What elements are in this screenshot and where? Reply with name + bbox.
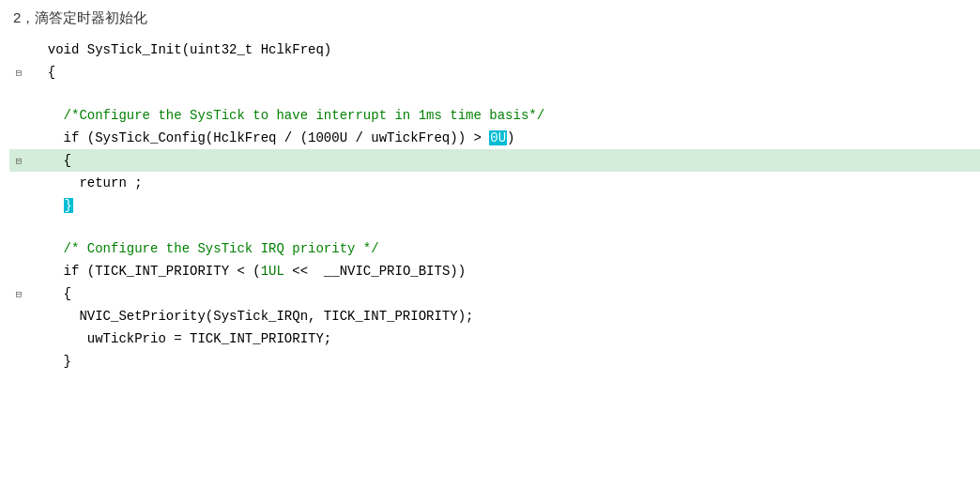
line-content-7: return ; [28,172,980,194]
code-text: void SysTick_Init(uint32_t HclkFreq) [32,42,331,57]
code-line-6: ⊟ { [9,149,980,172]
gutter-10 [9,237,28,260]
section-heading: 2，滴答定时器初始化 [9,9,980,27]
code-line-3 [9,84,980,104]
line-content-11: if (TICK_INT_PRIORITY < (1UL << __NVIC_P… [28,260,980,282]
gutter-1 [9,38,28,61]
code-line-13: NVIC_SetPriority(SysTick_IRQn, TICK_INT_… [9,305,980,327]
code-text: { [32,65,55,80]
code-line-9 [9,217,980,237]
line-content-5: if (SysTick_Config(HclkFreq / (1000U / u… [28,127,980,149]
gutter-2[interactable]: ⊟ [9,61,28,84]
line-content-10: /* Configure the SysTick IRQ priority */ [28,237,980,260]
gutter-11 [9,260,28,282]
gutter-8 [9,194,28,217]
line-content-4: /*Configure the SysTick to have interrup… [28,104,980,127]
line-content-12: { [28,282,980,305]
gutter-3 [9,84,28,104]
code-line-10: /* Configure the SysTick IRQ priority */ [9,237,980,260]
code-comment: /*Configure the SysTick to have interrup… [32,108,544,123]
line-content-2: { [28,61,980,84]
code-text [32,198,64,213]
line-content-1: void SysTick_Init(uint32_t HclkFreq) [28,38,980,61]
code-text-2: ) [507,130,514,145]
code-line-14: uwTickPrio = TICK_INT_PRIORITY; [9,327,980,350]
line-content-6: { [28,149,980,172]
gutter-9 [9,217,28,237]
gutter-14 [9,327,28,350]
line-content-13: NVIC_SetPriority(SysTick_IRQn, TICK_INT_… [28,305,980,327]
code-line-8: } [9,194,980,217]
code-text: } [32,354,71,369]
gutter-13 [9,305,28,327]
gutter-4 [9,104,28,127]
line-content-3 [28,84,980,104]
gutter-5 [9,127,28,149]
line-content-8: } [28,194,980,217]
code-line-11: if (TICK_INT_PRIORITY < (1UL << __NVIC_P… [9,260,980,282]
code-comment-2: /* Configure the SysTick IRQ priority */ [32,241,379,256]
code-line-7: return ; [9,172,980,194]
code-text: NVIC_SetPriority(SysTick_IRQn, TICK_INT_… [32,309,473,324]
line-content-15: } [28,350,980,373]
collapse-icon-2[interactable]: ⊟ [16,67,23,79]
collapse-icon-12[interactable]: ⊟ [16,288,23,300]
line-content-9 [28,217,980,237]
code-text: { [32,153,71,168]
page-container: 2，滴答定时器初始化 void SysTick_Init(uint32_t Hc… [0,0,980,487]
code-text-2: << __NVIC_PRIO_BITS)) [284,264,466,279]
code-area: void SysTick_Init(uint32_t HclkFreq) ⊟ {… [9,38,980,373]
code-text: return ; [32,175,143,190]
code-line-15: } [9,350,980,373]
code-line-5: if (SysTick_Config(HclkFreq / (1000U / u… [9,127,980,149]
gutter-12[interactable]: ⊟ [9,282,28,305]
code-line-1: void SysTick_Init(uint32_t HclkFreq) [9,38,980,61]
code-text: if (SysTick_Config(HclkFreq / (1000U / u… [32,130,489,145]
highlight-0U: 0U [489,130,507,145]
code-text: if (TICK_INT_PRIORITY < ( [32,264,261,279]
code-line-4: /*Configure the SysTick to have interrup… [9,104,980,127]
code-line-2: ⊟ { [9,61,980,84]
code-text: { [32,286,71,301]
gutter-15 [9,350,28,373]
collapse-icon-6[interactable]: ⊟ [16,155,23,167]
gutter-6[interactable]: ⊟ [9,149,28,172]
gutter-7 [9,172,28,194]
code-num: 1UL [261,264,284,279]
code-line-12: ⊟ { [9,282,980,305]
line-content-14: uwTickPrio = TICK_INT_PRIORITY; [28,327,980,350]
highlight-close-brace: } [64,198,73,213]
code-text: uwTickPrio = TICK_INT_PRIORITY; [32,331,331,346]
